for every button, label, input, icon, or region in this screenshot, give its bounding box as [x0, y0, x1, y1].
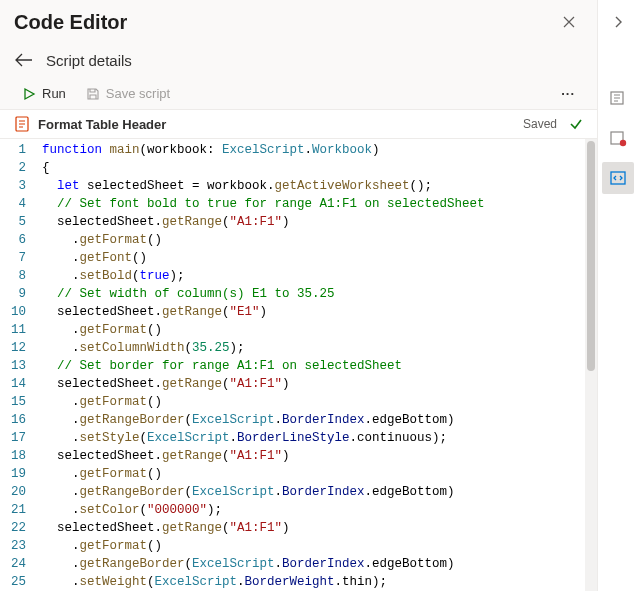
- code-line[interactable]: // Set width of column(s) E1 to 35.25: [42, 285, 597, 303]
- code-line[interactable]: let selectedSheet = workbook.getActiveWo…: [42, 177, 597, 195]
- side-rail-record-button[interactable]: [602, 122, 634, 154]
- saved-status: Saved: [523, 117, 557, 131]
- line-number: 24: [0, 555, 26, 573]
- line-number: 18: [0, 447, 26, 465]
- script-title-row: Format Table Header Saved: [0, 109, 597, 139]
- code-line[interactable]: .setColor("000000");: [42, 501, 597, 519]
- code-line[interactable]: selectedSheet.getRange("E1"): [42, 303, 597, 321]
- vertical-scrollbar[interactable]: [585, 139, 597, 591]
- code-line[interactable]: selectedSheet.getRange("A1:F1"): [42, 447, 597, 465]
- code-line[interactable]: // Set font bold to true for range A1:F1…: [42, 195, 597, 213]
- side-rail-scripts-button[interactable]: [602, 82, 634, 114]
- expand-button[interactable]: [602, 6, 634, 38]
- code-line[interactable]: .getRangeBorder(ExcelScript.BorderIndex.…: [42, 555, 597, 573]
- back-button[interactable]: [14, 50, 34, 70]
- line-number: 23: [0, 537, 26, 555]
- line-number: 10: [0, 303, 26, 321]
- ellipsis-icon: ···: [561, 86, 575, 101]
- save-script-button: Save script: [78, 82, 178, 105]
- close-icon: [563, 16, 575, 28]
- code-line[interactable]: .getFormat(): [42, 465, 597, 483]
- line-number: 1: [0, 141, 26, 159]
- record-icon: [609, 129, 627, 147]
- code-line[interactable]: .getFormat(): [42, 321, 597, 339]
- toolbar: Run Save script ···: [0, 78, 597, 109]
- code-line[interactable]: .getRangeBorder(ExcelScript.BorderIndex.…: [42, 411, 597, 429]
- line-number: 4: [0, 195, 26, 213]
- chevron-right-icon: [613, 15, 623, 29]
- line-number: 12: [0, 339, 26, 357]
- script-file-icon: [14, 116, 30, 132]
- line-number: 21: [0, 501, 26, 519]
- arrow-left-icon: [15, 53, 33, 67]
- line-number: 19: [0, 465, 26, 483]
- side-rail: [598, 0, 638, 591]
- line-number: 7: [0, 249, 26, 267]
- code-area[interactable]: function main(workbook: ExcelScript.Work…: [34, 139, 597, 591]
- code-line[interactable]: .setColumnWidth(35.25);: [42, 339, 597, 357]
- code-line[interactable]: .setStyle(ExcelScript.BorderLineStyle.co…: [42, 429, 597, 447]
- close-button[interactable]: [555, 8, 583, 36]
- code-line[interactable]: .setBold(true);: [42, 267, 597, 285]
- code-line[interactable]: selectedSheet.getRange("A1:F1"): [42, 375, 597, 393]
- line-number: 6: [0, 231, 26, 249]
- line-number: 17: [0, 429, 26, 447]
- main-pane: Code Editor Script details Run Save scri…: [0, 0, 598, 591]
- code-line[interactable]: // Set border for range A1:F1 on selecte…: [42, 357, 597, 375]
- line-number: 13: [0, 357, 26, 375]
- line-number: 8: [0, 267, 26, 285]
- line-number: 2: [0, 159, 26, 177]
- code-line[interactable]: selectedSheet.getRange("A1:F1"): [42, 519, 597, 537]
- line-number: 16: [0, 411, 26, 429]
- scrollbar-thumb[interactable]: [587, 141, 595, 371]
- code-line[interactable]: .getFormat(): [42, 393, 597, 411]
- svg-point-3: [620, 140, 626, 146]
- more-options-button[interactable]: ···: [553, 82, 583, 105]
- code-line[interactable]: .getFormat(): [42, 231, 597, 249]
- check-icon: [569, 117, 583, 131]
- line-number: 11: [0, 321, 26, 339]
- line-number: 25: [0, 573, 26, 591]
- line-number: 5: [0, 213, 26, 231]
- page-title: Code Editor: [14, 11, 555, 34]
- breadcrumb: Script details: [0, 42, 597, 78]
- side-rail-editor-button[interactable]: [602, 162, 634, 194]
- play-icon: [22, 87, 36, 101]
- scripts-list-icon: [609, 89, 627, 107]
- code-line[interactable]: .getFont(): [42, 249, 597, 267]
- code-line[interactable]: selectedSheet.getRange("A1:F1"): [42, 213, 597, 231]
- line-number: 20: [0, 483, 26, 501]
- save-icon: [86, 87, 100, 101]
- header-row: Code Editor: [0, 0, 597, 42]
- code-editor[interactable]: 1234567891011121314151617181920212223242…: [0, 139, 597, 591]
- code-line[interactable]: {: [42, 159, 597, 177]
- line-number: 3: [0, 177, 26, 195]
- line-number: 14: [0, 375, 26, 393]
- code-line[interactable]: .getFormat(): [42, 537, 597, 555]
- run-button[interactable]: Run: [14, 82, 74, 105]
- line-number: 15: [0, 393, 26, 411]
- run-label: Run: [42, 86, 66, 101]
- save-label: Save script: [106, 86, 170, 101]
- code-line[interactable]: .setWeight(ExcelScript.BorderWeight.thin…: [42, 573, 597, 591]
- code-editor-icon: [609, 169, 627, 187]
- breadcrumb-text: Script details: [46, 52, 132, 69]
- code-line[interactable]: function main(workbook: ExcelScript.Work…: [42, 141, 597, 159]
- line-number: 22: [0, 519, 26, 537]
- code-line[interactable]: .getRangeBorder(ExcelScript.BorderIndex.…: [42, 483, 597, 501]
- line-number: 9: [0, 285, 26, 303]
- script-name: Format Table Header: [38, 117, 515, 132]
- line-gutter: 1234567891011121314151617181920212223242…: [0, 139, 34, 591]
